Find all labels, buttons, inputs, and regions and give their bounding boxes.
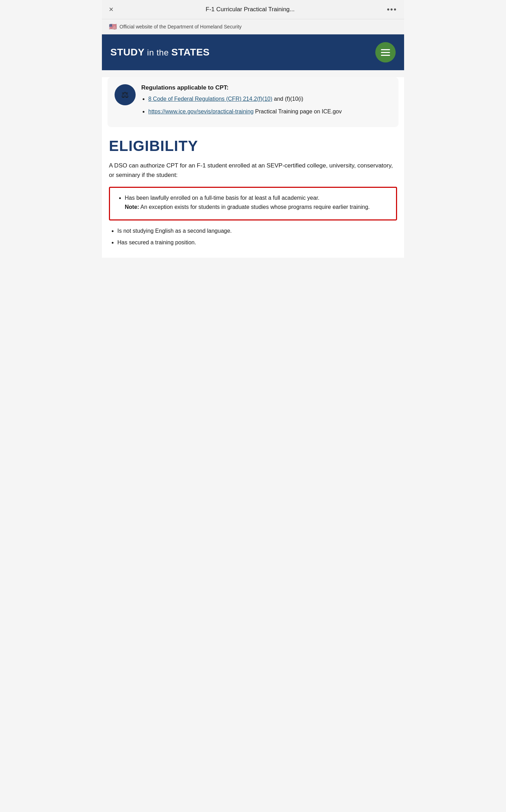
cfr-link-suffix: and (f)(10(i): [272, 96, 303, 102]
regulations-list: 8 Code of Federal Regulations (CFR) 214.…: [141, 95, 391, 116]
official-banner-text: Official website of the Department of Ho…: [119, 24, 242, 29]
official-banner: 🇺🇸 Official website of the Department of…: [102, 19, 404, 34]
browser-chrome-bar: × F-1 Curricular Practical Training... •…: [102, 0, 404, 19]
highlighted-item-text: Has been lawfully enrolled on a full-tim…: [125, 195, 370, 210]
regulations-title: Regulations applicable to CPT:: [141, 84, 391, 91]
menu-line-1: [381, 49, 390, 50]
eligibility-item-3: Has secured a training position.: [117, 238, 397, 247]
menu-button[interactable]: [375, 42, 396, 62]
main-content: ⚖ Regulations applicable to CPT: 8 Code …: [102, 77, 404, 258]
gavel-icon: ⚖: [121, 90, 129, 100]
logo-in-the: in the: [144, 48, 171, 57]
more-options-button[interactable]: •••: [387, 5, 397, 14]
note-text: An exception exists for students in grad…: [139, 204, 370, 210]
regulations-icon: ⚖: [115, 84, 136, 105]
regulation-item-1: 8 Code of Federal Regulations (CFR) 214.…: [148, 95, 391, 103]
regulations-content: Regulations applicable to CPT: 8 Code of…: [141, 84, 391, 120]
other-eligibility-list: Is not studying English as a second lang…: [109, 226, 397, 247]
eligibility-section: ELIGIBILITY A DSO can authorize CPT for …: [102, 134, 404, 258]
highlighted-list: Has been lawfully enrolled on a full-tim…: [116, 193, 390, 211]
logo-states: STATES: [171, 47, 209, 58]
note-label: Note:: [125, 204, 139, 210]
close-button[interactable]: ×: [109, 6, 113, 13]
regulation-item-2: https://www.ice.gov/sevis/practical-trai…: [148, 107, 391, 116]
eligibility-heading: ELIGIBILITY: [109, 138, 397, 154]
highlighted-eligibility-box: Has been lawfully enrolled on a full-tim…: [109, 187, 397, 220]
ice-gov-link-suffix: Practical Training page on ICE.gov: [254, 108, 342, 114]
site-header: STUDY in the STATES: [102, 34, 404, 70]
flag-icon: 🇺🇸: [109, 23, 117, 31]
menu-line-2: [381, 52, 390, 53]
eligibility-intro: A DSO can authorize CPT for an F-1 stude…: [109, 161, 397, 180]
highlighted-item: Has been lawfully enrolled on a full-tim…: [125, 193, 390, 211]
site-logo: STUDY in the STATES: [110, 47, 210, 58]
ice-gov-link[interactable]: https://www.ice.gov/sevis/practical-trai…: [148, 108, 254, 114]
logo-study: STUDY: [110, 47, 144, 58]
page-title: F-1 Curricular Practical Training...: [119, 6, 381, 13]
highlighted-main-text: Has been lawfully enrolled on a full-tim…: [125, 195, 319, 201]
eligibility-item-2: Is not studying English as a second lang…: [117, 226, 397, 236]
menu-line-3: [381, 55, 390, 56]
regulations-box: ⚖ Regulations applicable to CPT: 8 Code …: [108, 77, 398, 127]
cfr-link[interactable]: 8 Code of Federal Regulations (CFR) 214.…: [148, 96, 272, 102]
